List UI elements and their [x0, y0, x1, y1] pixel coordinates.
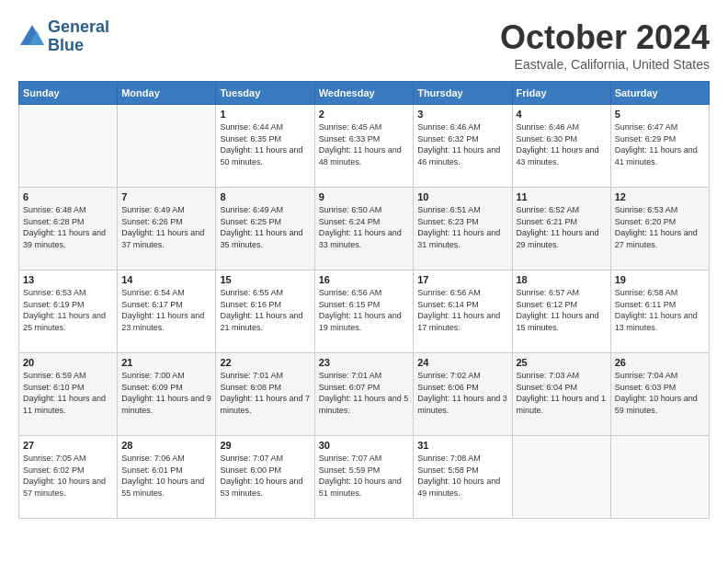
calendar-cell: 1Sunrise: 6:44 AM Sunset: 6:35 PM Daylig… — [216, 105, 314, 188]
calendar-cell: 28Sunrise: 7:06 AM Sunset: 6:01 PM Dayli… — [118, 436, 216, 519]
day-info: Sunrise: 6:53 AM Sunset: 6:19 PM Dayligh… — [23, 287, 113, 333]
calendar-cell: 24Sunrise: 7:02 AM Sunset: 6:06 PM Dayli… — [414, 353, 512, 436]
calendar-cell: 23Sunrise: 7:01 AM Sunset: 6:07 PM Dayli… — [314, 353, 413, 436]
day-info: Sunrise: 6:49 AM Sunset: 6:25 PM Dayligh… — [220, 204, 310, 250]
day-info: Sunrise: 6:46 AM Sunset: 6:30 PM Dayligh… — [517, 121, 607, 167]
day-number: 12 — [615, 191, 705, 202]
calendar-week: 1Sunrise: 6:44 AM Sunset: 6:35 PM Daylig… — [19, 105, 710, 188]
calendar-cell: 3Sunrise: 6:46 AM Sunset: 6:32 PM Daylig… — [414, 105, 512, 188]
month-title: October 2024 — [500, 18, 710, 57]
calendar-cell: 30Sunrise: 7:07 AM Sunset: 5:59 PM Dayli… — [314, 436, 413, 519]
calendar-cell: 4Sunrise: 6:46 AM Sunset: 6:30 PM Daylig… — [512, 105, 610, 188]
weekday-header: Tuesday — [216, 82, 314, 105]
day-info: Sunrise: 7:00 AM Sunset: 6:09 PM Dayligh… — [121, 370, 211, 416]
day-number: 9 — [319, 191, 409, 202]
day-info: Sunrise: 6:56 AM Sunset: 6:15 PM Dayligh… — [319, 287, 409, 333]
day-info: Sunrise: 6:53 AM Sunset: 6:20 PM Dayligh… — [615, 204, 705, 250]
calendar-cell — [118, 105, 216, 188]
day-info: Sunrise: 7:04 AM Sunset: 6:03 PM Dayligh… — [615, 370, 705, 416]
logo-icon — [18, 23, 46, 51]
calendar-cell: 9Sunrise: 6:50 AM Sunset: 6:24 PM Daylig… — [314, 188, 413, 270]
calendar-cell: 11Sunrise: 6:52 AM Sunset: 6:21 PM Dayli… — [512, 188, 610, 270]
calendar-cell: 5Sunrise: 6:47 AM Sunset: 6:29 PM Daylig… — [610, 105, 709, 188]
day-info: Sunrise: 6:57 AM Sunset: 6:12 PM Dayligh… — [517, 287, 607, 333]
day-number: 28 — [121, 440, 211, 451]
calendar-cell: 31Sunrise: 7:08 AM Sunset: 5:58 PM Dayli… — [414, 436, 512, 519]
calendar-cell: 20Sunrise: 6:59 AM Sunset: 6:10 PM Dayli… — [19, 353, 118, 436]
calendar-cell: 22Sunrise: 7:01 AM Sunset: 6:08 PM Dayli… — [216, 353, 314, 436]
day-info: Sunrise: 6:44 AM Sunset: 6:35 PM Dayligh… — [220, 121, 310, 167]
day-info: Sunrise: 6:50 AM Sunset: 6:24 PM Dayligh… — [319, 204, 409, 250]
day-number: 31 — [417, 440, 507, 451]
calendar-cell: 8Sunrise: 6:49 AM Sunset: 6:25 PM Daylig… — [216, 188, 314, 270]
calendar-cell: 12Sunrise: 6:53 AM Sunset: 6:20 PM Dayli… — [610, 188, 709, 270]
calendar-cell: 27Sunrise: 7:05 AM Sunset: 6:02 PM Dayli… — [19, 436, 118, 519]
day-info: Sunrise: 6:55 AM Sunset: 6:16 PM Dayligh… — [220, 287, 310, 333]
title-block: October 2024 Eastvale, California, Unite… — [500, 18, 710, 72]
day-info: Sunrise: 6:58 AM Sunset: 6:11 PM Dayligh… — [615, 287, 705, 333]
calendar-header: SundayMondayTuesdayWednesdayThursdayFrid… — [19, 82, 710, 105]
calendar-table: SundayMondayTuesdayWednesdayThursdayFrid… — [18, 81, 710, 519]
calendar-cell: 16Sunrise: 6:56 AM Sunset: 6:15 PM Dayli… — [314, 270, 413, 353]
weekday-header: Sunday — [19, 82, 118, 105]
day-number: 5 — [615, 109, 705, 120]
day-number: 13 — [23, 274, 113, 285]
calendar-cell: 18Sunrise: 6:57 AM Sunset: 6:12 PM Dayli… — [512, 270, 610, 353]
day-info: Sunrise: 6:59 AM Sunset: 6:10 PM Dayligh… — [23, 370, 113, 416]
day-number: 18 — [517, 274, 607, 285]
day-number: 6 — [23, 191, 113, 202]
weekday-header: Saturday — [610, 82, 709, 105]
day-info: Sunrise: 6:56 AM Sunset: 6:14 PM Dayligh… — [417, 287, 507, 333]
day-info: Sunrise: 7:01 AM Sunset: 6:07 PM Dayligh… — [319, 370, 409, 416]
calendar-cell: 2Sunrise: 6:45 AM Sunset: 6:33 PM Daylig… — [314, 105, 413, 188]
day-info: Sunrise: 7:02 AM Sunset: 6:06 PM Dayligh… — [417, 370, 507, 416]
day-number: 8 — [220, 191, 310, 202]
day-info: Sunrise: 7:07 AM Sunset: 5:59 PM Dayligh… — [319, 453, 409, 499]
day-number: 22 — [220, 357, 310, 368]
day-number: 23 — [319, 357, 409, 368]
day-info: Sunrise: 6:52 AM Sunset: 6:21 PM Dayligh… — [517, 204, 607, 250]
day-number: 7 — [121, 191, 211, 202]
weekday-header: Friday — [512, 82, 610, 105]
day-number: 19 — [615, 274, 705, 285]
day-number: 2 — [319, 109, 409, 120]
day-number: 3 — [417, 109, 507, 120]
calendar-cell: 7Sunrise: 6:49 AM Sunset: 6:26 PM Daylig… — [118, 188, 216, 270]
calendar-cell: 10Sunrise: 6:51 AM Sunset: 6:23 PM Dayli… — [414, 188, 512, 270]
weekday-header: Monday — [118, 82, 216, 105]
day-info: Sunrise: 7:08 AM Sunset: 5:58 PM Dayligh… — [417, 453, 507, 499]
calendar-cell: 13Sunrise: 6:53 AM Sunset: 6:19 PM Dayli… — [19, 270, 118, 353]
calendar-cell: 6Sunrise: 6:48 AM Sunset: 6:28 PM Daylig… — [19, 188, 118, 270]
calendar-cell: 17Sunrise: 6:56 AM Sunset: 6:14 PM Dayli… — [414, 270, 512, 353]
day-info: Sunrise: 6:51 AM Sunset: 6:23 PM Dayligh… — [417, 204, 507, 250]
day-info: Sunrise: 6:54 AM Sunset: 6:17 PM Dayligh… — [121, 287, 211, 333]
calendar-cell: 15Sunrise: 6:55 AM Sunset: 6:16 PM Dayli… — [216, 270, 314, 353]
day-number: 1 — [220, 109, 310, 120]
day-number: 4 — [517, 109, 607, 120]
day-info: Sunrise: 6:45 AM Sunset: 6:33 PM Dayligh… — [319, 121, 409, 167]
day-number: 29 — [220, 440, 310, 451]
day-number: 24 — [417, 357, 507, 368]
day-number: 26 — [615, 357, 705, 368]
day-number: 21 — [121, 357, 211, 368]
day-number: 27 — [23, 440, 113, 451]
day-info: Sunrise: 6:48 AM Sunset: 6:28 PM Dayligh… — [23, 204, 113, 250]
calendar-cell: 21Sunrise: 7:00 AM Sunset: 6:09 PM Dayli… — [118, 353, 216, 436]
calendar-cell: 25Sunrise: 7:03 AM Sunset: 6:04 PM Dayli… — [512, 353, 610, 436]
day-number: 15 — [220, 274, 310, 285]
day-info: Sunrise: 6:47 AM Sunset: 6:29 PM Dayligh… — [615, 121, 705, 167]
calendar-week: 6Sunrise: 6:48 AM Sunset: 6:28 PM Daylig… — [19, 188, 710, 270]
calendar-cell: 14Sunrise: 6:54 AM Sunset: 6:17 PM Dayli… — [118, 270, 216, 353]
day-info: Sunrise: 7:06 AM Sunset: 6:01 PM Dayligh… — [121, 453, 211, 499]
logo: General Blue — [18, 18, 109, 55]
day-number: 30 — [319, 440, 409, 451]
day-number: 11 — [517, 191, 607, 202]
day-info: Sunrise: 6:49 AM Sunset: 6:26 PM Dayligh… — [121, 204, 211, 250]
weekday-header: Thursday — [414, 82, 512, 105]
page-header: General Blue October 2024 Eastvale, Cali… — [18, 18, 710, 72]
day-number: 25 — [517, 357, 607, 368]
day-number: 10 — [417, 191, 507, 202]
day-number: 14 — [121, 274, 211, 285]
calendar-cell: 29Sunrise: 7:07 AM Sunset: 6:00 PM Dayli… — [216, 436, 314, 519]
day-number: 16 — [319, 274, 409, 285]
